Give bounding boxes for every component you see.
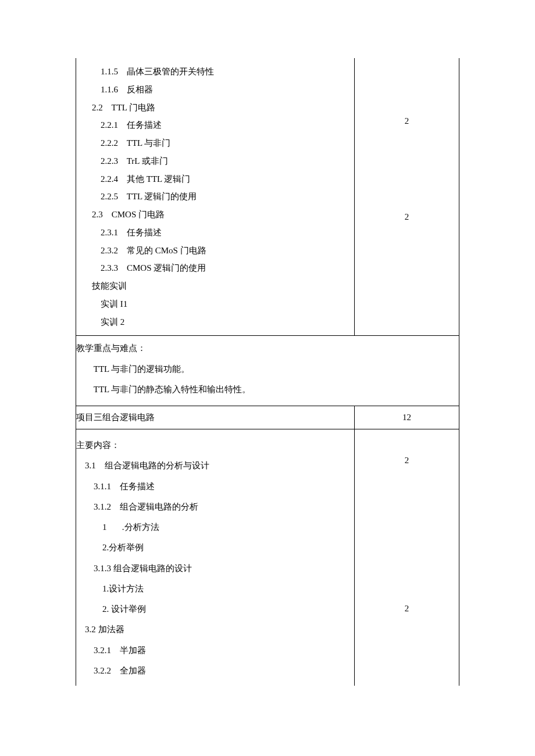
keypoints-item: TTL 与非门的逻辑功能。 xyxy=(76,359,452,379)
section-3-content: 主要内容： 3.1 组合逻辑电路的分析与设计 3.1.1 任务描述 3.1.2 … xyxy=(76,429,355,686)
outline-item: 1 .分析方法 xyxy=(76,517,347,538)
outline-item: 2.3.3 CMOS 逻辑门的使用 xyxy=(83,259,347,277)
outline-item: 2.3.1 任务描述 xyxy=(83,224,347,242)
outline-item: 3.2 加法器 xyxy=(76,619,347,640)
section-2-hours: 2 2 xyxy=(355,58,459,336)
outline-item: 2.3.2 常见的 CMoS 门电路 xyxy=(83,242,347,260)
outline-item: 2.2.2 TTL 与非门 xyxy=(83,134,347,152)
content-heading: 主要内容： xyxy=(76,435,347,456)
outline-item: 3.1.1 任务描述 xyxy=(76,476,347,497)
hours-value: 2 xyxy=(355,116,459,126)
outline-item: 2.2.5 TTL 逻辑门的使用 xyxy=(83,188,347,206)
outline-item: 2.2.4 其他 TTL 逻辑门 xyxy=(83,170,347,188)
outline-item: 3.1.2 组合逻辑电路的分析 xyxy=(76,497,347,517)
section-2-content: 1.1.5 晶体三极管的开关特性 1.1.6 反相器 2.2 TTL 门电路 2… xyxy=(76,58,355,336)
hours-value: 2 xyxy=(355,212,459,222)
outline-item: 3.1 组合逻辑电路的分析与设计 xyxy=(76,456,347,476)
section-3-hours: 2 2 xyxy=(355,429,459,686)
outline-item: 3.2.2 全加器 xyxy=(76,661,347,681)
outline-item: 2.2.3 TrL 或非门 xyxy=(83,152,347,170)
project-3-hours: 12 xyxy=(355,406,459,429)
project-3-title: 项目三组合逻辑电路 xyxy=(76,406,355,429)
keypoints-item: TTL 与非门的静态输入特性和输出特性。 xyxy=(76,379,452,400)
outline-item: 1.设计方法 xyxy=(76,579,347,599)
outline-item: 1.1.6 反相器 xyxy=(83,81,347,99)
outline-item: 2.2 TTL 门电路 xyxy=(83,99,347,117)
outline-item: 实训 I1 xyxy=(83,295,347,313)
keypoints-section: 教学重点与难点： TTL 与非门的逻辑功能。 TTL 与非门的静态输入特性和输出… xyxy=(76,336,459,406)
outline-item: 2.3 CMOS 门电路 xyxy=(83,206,347,224)
hours-value: 2 xyxy=(355,604,459,614)
outline-item: 2.2.1 任务描述 xyxy=(83,116,347,134)
outline-item: 3.1.3 组合逻辑电路的设计 xyxy=(76,558,347,579)
outline-item: 实训 2 xyxy=(83,313,347,331)
outline-item: 1.1.5 晶体三极管的开关特性 xyxy=(83,63,347,81)
outline-item: 3.2.1 半加器 xyxy=(76,640,347,661)
outline-item: 2. 设计举例 xyxy=(76,599,347,619)
hours-value: 2 xyxy=(355,456,459,465)
outline-item: 技能实训 xyxy=(83,277,347,295)
outline-item: 2.分析举例 xyxy=(76,538,347,558)
keypoints-heading: 教学重点与难点： xyxy=(76,338,452,359)
